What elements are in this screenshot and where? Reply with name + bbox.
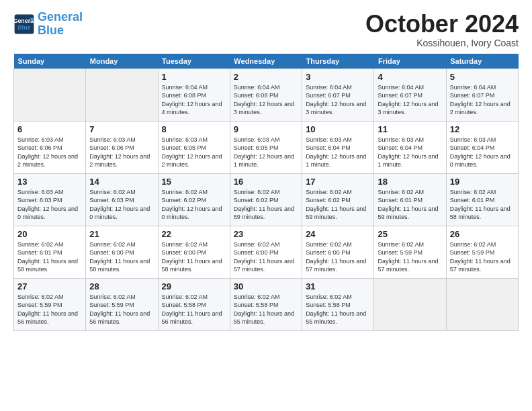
day-number: 12 xyxy=(450,124,515,134)
day-number: 22 xyxy=(162,229,226,239)
day-info: Sunrise: 6:02 AM Sunset: 6:02 PM Dayligh… xyxy=(234,188,298,222)
calendar-cell: 16Sunrise: 6:02 AM Sunset: 6:02 PM Dayli… xyxy=(230,173,302,226)
day-info: Sunrise: 6:02 AM Sunset: 5:58 PM Dayligh… xyxy=(234,293,298,326)
calendar-cell: 21Sunrise: 6:02 AM Sunset: 6:00 PM Dayli… xyxy=(86,226,158,278)
header: General Blue General Blue October 2024 K… xyxy=(13,11,519,48)
calendar-cell: 20Sunrise: 6:02 AM Sunset: 6:01 PM Dayli… xyxy=(14,226,86,278)
calendar-cell: 3Sunrise: 6:04 AM Sunset: 6:07 PM Daylig… xyxy=(302,68,374,121)
day-info: Sunrise: 6:02 AM Sunset: 6:00 PM Dayligh… xyxy=(162,240,226,274)
day-number: 25 xyxy=(378,229,442,239)
day-number: 16 xyxy=(234,177,298,187)
day-number: 23 xyxy=(234,229,298,239)
day-info: Sunrise: 6:03 AM Sunset: 6:03 PM Dayligh… xyxy=(17,188,82,222)
calendar-cell: 29Sunrise: 6:02 AM Sunset: 5:58 PM Dayli… xyxy=(158,278,230,330)
header-monday: Monday xyxy=(86,54,158,69)
day-number: 10 xyxy=(306,124,370,134)
day-number: 4 xyxy=(378,72,442,82)
day-number: 11 xyxy=(378,124,442,134)
day-number: 5 xyxy=(450,72,515,82)
calendar-cell: 27Sunrise: 6:02 AM Sunset: 5:59 PM Dayli… xyxy=(14,278,86,330)
day-number: 7 xyxy=(89,124,154,134)
calendar-cell: 19Sunrise: 6:02 AM Sunset: 6:01 PM Dayli… xyxy=(446,173,518,226)
day-number: 20 xyxy=(17,229,82,239)
day-number: 24 xyxy=(306,229,370,239)
day-number: 21 xyxy=(89,229,154,239)
day-number: 19 xyxy=(450,177,515,187)
calendar-cell: 7Sunrise: 6:03 AM Sunset: 6:06 PM Daylig… xyxy=(86,121,158,173)
location-subtitle: Kossihouen, Ivory Coast xyxy=(365,38,519,48)
svg-text:Blue: Blue xyxy=(17,24,30,31)
day-info: Sunrise: 6:03 AM Sunset: 6:05 PM Dayligh… xyxy=(162,136,226,169)
calendar-cell: 13Sunrise: 6:03 AM Sunset: 6:03 PM Dayli… xyxy=(14,173,86,226)
day-number: 29 xyxy=(162,281,226,291)
day-number: 17 xyxy=(306,177,370,187)
logo-line1: General xyxy=(38,10,83,24)
logo-line2: Blue xyxy=(38,24,64,37)
day-number: 30 xyxy=(234,281,298,291)
day-info: Sunrise: 6:02 AM Sunset: 5:59 PM Dayligh… xyxy=(450,240,515,274)
day-info: Sunrise: 6:02 AM Sunset: 6:00 PM Dayligh… xyxy=(234,240,298,274)
calendar-cell: 14Sunrise: 6:02 AM Sunset: 6:03 PM Dayli… xyxy=(86,173,158,226)
day-info: Sunrise: 6:04 AM Sunset: 6:08 PM Dayligh… xyxy=(234,83,298,117)
logo-text: General Blue xyxy=(38,11,83,38)
day-number: 6 xyxy=(17,124,82,134)
day-info: Sunrise: 6:02 AM Sunset: 6:00 PM Dayligh… xyxy=(306,240,370,274)
day-number: 9 xyxy=(234,124,298,134)
calendar-cell: 11Sunrise: 6:03 AM Sunset: 6:04 PM Dayli… xyxy=(374,121,446,173)
day-info: Sunrise: 6:02 AM Sunset: 5:59 PM Dayligh… xyxy=(378,240,442,274)
calendar-table: Sunday Monday Tuesday Wednesday Thursday… xyxy=(13,54,519,331)
calendar-header: Sunday Monday Tuesday Wednesday Thursday… xyxy=(14,54,519,69)
page: General Blue General Blue October 2024 K… xyxy=(0,0,532,338)
day-info: Sunrise: 6:02 AM Sunset: 6:00 PM Dayligh… xyxy=(89,240,154,274)
logo: General Blue General Blue xyxy=(13,11,83,38)
header-sunday: Sunday xyxy=(14,54,86,69)
calendar-cell: 18Sunrise: 6:02 AM Sunset: 6:01 PM Dayli… xyxy=(374,173,446,226)
day-info: Sunrise: 6:02 AM Sunset: 5:59 PM Dayligh… xyxy=(89,293,154,326)
calendar-cell xyxy=(86,68,158,121)
day-info: Sunrise: 6:02 AM Sunset: 5:58 PM Dayligh… xyxy=(162,293,226,326)
day-info: Sunrise: 6:04 AM Sunset: 6:07 PM Dayligh… xyxy=(378,83,442,117)
day-info: Sunrise: 6:02 AM Sunset: 5:58 PM Dayligh… xyxy=(306,293,370,326)
header-friday: Friday xyxy=(374,54,446,69)
calendar-cell: 5Sunrise: 6:04 AM Sunset: 6:07 PM Daylig… xyxy=(446,68,518,121)
day-info: Sunrise: 6:04 AM Sunset: 6:08 PM Dayligh… xyxy=(162,83,226,117)
calendar-cell xyxy=(14,68,86,121)
header-row: Sunday Monday Tuesday Wednesday Thursday… xyxy=(14,54,519,69)
day-number: 1 xyxy=(162,72,226,82)
calendar-cell: 12Sunrise: 6:03 AM Sunset: 6:04 PM Dayli… xyxy=(446,121,518,173)
day-number: 31 xyxy=(306,281,370,291)
day-number: 28 xyxy=(89,281,154,291)
day-number: 8 xyxy=(162,124,226,134)
calendar-cell: 2Sunrise: 6:04 AM Sunset: 6:08 PM Daylig… xyxy=(230,68,302,121)
calendar-cell xyxy=(374,278,446,330)
calendar-cell: 28Sunrise: 6:02 AM Sunset: 5:59 PM Dayli… xyxy=(86,278,158,330)
day-info: Sunrise: 6:02 AM Sunset: 6:02 PM Dayligh… xyxy=(306,188,370,222)
calendar-cell: 9Sunrise: 6:03 AM Sunset: 6:05 PM Daylig… xyxy=(230,121,302,173)
day-info: Sunrise: 6:04 AM Sunset: 6:07 PM Dayligh… xyxy=(306,83,370,117)
day-info: Sunrise: 6:02 AM Sunset: 6:01 PM Dayligh… xyxy=(450,188,515,222)
calendar-cell: 26Sunrise: 6:02 AM Sunset: 5:59 PM Dayli… xyxy=(446,226,518,278)
header-saturday: Saturday xyxy=(446,54,518,69)
header-wednesday: Wednesday xyxy=(230,54,302,69)
calendar-cell: 23Sunrise: 6:02 AM Sunset: 6:00 PM Dayli… xyxy=(230,226,302,278)
week-row-3: 13Sunrise: 6:03 AM Sunset: 6:03 PM Dayli… xyxy=(14,173,519,226)
week-row-2: 6Sunrise: 6:03 AM Sunset: 6:06 PM Daylig… xyxy=(14,121,519,173)
week-row-4: 20Sunrise: 6:02 AM Sunset: 6:01 PM Dayli… xyxy=(14,226,519,278)
calendar-cell: 1Sunrise: 6:04 AM Sunset: 6:08 PM Daylig… xyxy=(158,68,230,121)
calendar-cell: 15Sunrise: 6:02 AM Sunset: 6:02 PM Dayli… xyxy=(158,173,230,226)
month-title: October 2024 xyxy=(365,11,519,38)
day-info: Sunrise: 6:03 AM Sunset: 6:04 PM Dayligh… xyxy=(378,136,442,169)
day-info: Sunrise: 6:02 AM Sunset: 6:03 PM Dayligh… xyxy=(89,188,154,222)
calendar-cell: 4Sunrise: 6:04 AM Sunset: 6:07 PM Daylig… xyxy=(374,68,446,121)
day-number: 26 xyxy=(450,229,515,239)
day-info: Sunrise: 6:02 AM Sunset: 6:01 PM Dayligh… xyxy=(378,188,442,222)
day-info: Sunrise: 6:03 AM Sunset: 6:04 PM Dayligh… xyxy=(450,136,515,169)
week-row-5: 27Sunrise: 6:02 AM Sunset: 5:59 PM Dayli… xyxy=(14,278,519,330)
calendar-cell: 30Sunrise: 6:02 AM Sunset: 5:58 PM Dayli… xyxy=(230,278,302,330)
day-info: Sunrise: 6:02 AM Sunset: 6:02 PM Dayligh… xyxy=(162,188,226,222)
calendar-cell: 22Sunrise: 6:02 AM Sunset: 6:00 PM Dayli… xyxy=(158,226,230,278)
day-number: 13 xyxy=(17,177,82,187)
day-number: 14 xyxy=(89,177,154,187)
day-info: Sunrise: 6:03 AM Sunset: 6:06 PM Dayligh… xyxy=(17,136,82,169)
day-number: 18 xyxy=(378,177,442,187)
